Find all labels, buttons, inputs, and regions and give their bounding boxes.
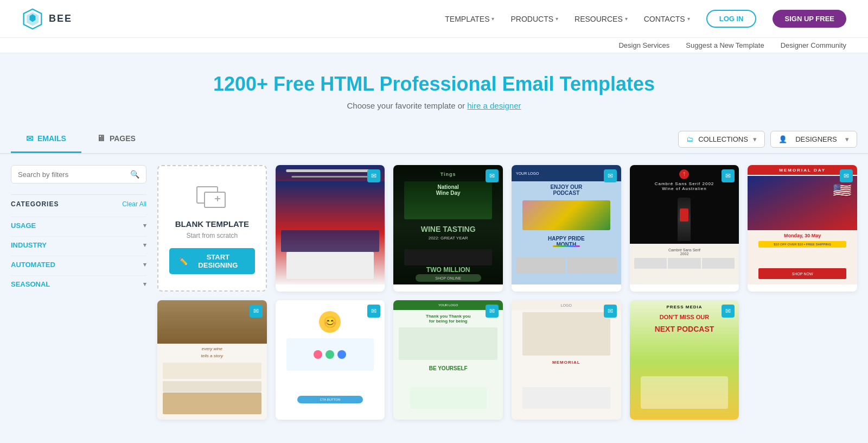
email-badge: ✉ — [367, 169, 380, 182]
chevron-down-icon: ▾ — [143, 281, 146, 288]
template-preview: PRESS MEDIA DON'T MISS OUR NEXT PODCAST — [630, 300, 739, 420]
chevron-down-icon: ▾ — [556, 16, 558, 22]
search-input[interactable] — [18, 170, 126, 179]
automated-filter-toggle[interactable]: AUTOMATED ▾ — [11, 256, 146, 272]
template-preview: Tings NationalWine Day WINE TASTING 2022… — [393, 165, 503, 284]
logo[interactable]: BEE — [22, 8, 72, 30]
template-preview: LOGO MEMORIAL — [512, 300, 621, 420]
designers-dropdown[interactable]: 👤 DESIGNERS ▾ — [770, 131, 857, 148]
industry-filter-toggle[interactable]: INDUSTRY ▾ — [11, 236, 146, 252]
logo-text: BEE — [49, 13, 72, 24]
template-card[interactable]: ✉ every wine tells a story — [157, 300, 267, 420]
nav-resources[interactable]: RESOURCES ▾ — [575, 15, 628, 23]
seasonal-filter: SEASONAL ▾ — [11, 275, 146, 292]
template-preview — [276, 165, 385, 284]
chevron-down-icon: ▾ — [845, 135, 849, 143]
chevron-down-icon: ▾ — [143, 222, 146, 229]
pencil-icon: ✏️ — [179, 257, 188, 265]
content-tabs: ✉ EMAILS 🖥 PAGES — [11, 126, 151, 153]
seasonal-filter-toggle[interactable]: SEASONAL ▾ — [11, 275, 146, 292]
usage-filter: USAGE ▾ — [11, 217, 146, 233]
categories-label: CATEGORIES — [11, 200, 59, 208]
site-header: BEE TEMPLATES ▾ PRODUCTS ▾ RESOURCES ▾ C… — [0, 0, 868, 38]
chevron-down-icon: ▾ — [625, 16, 628, 22]
login-button[interactable]: LOG IN — [706, 10, 757, 28]
start-designing-button[interactable]: ✏️ START DESIGNING — [169, 248, 255, 274]
hire-designer-link[interactable]: hire a designer — [467, 101, 521, 110]
email-badge: ✉ — [367, 305, 380, 318]
usage-filter-toggle[interactable]: USAGE ▾ — [11, 217, 146, 233]
collections-dropdown[interactable]: 🗂 COLLECTIONS ▾ — [678, 131, 765, 148]
main-content: 🔍 CATEGORIES Clear All USAGE ▾ INDUSTRY … — [0, 154, 868, 443]
main-nav: TEMPLATES ▾ PRODUCTS ▾ RESOURCES ▾ CONTA… — [445, 10, 846, 28]
logo-icon — [22, 8, 43, 30]
search-box: 🔍 — [11, 165, 146, 183]
email-tab-icon: ✉ — [26, 134, 33, 144]
tabs-row: ✉ EMAILS 🖥 PAGES 🗂 COLLECTIONS ▾ 👤 DESIG… — [0, 125, 868, 154]
template-preview: MEMORIAL DAY 🇺🇸 Monday, 30 May $10 OFF O… — [748, 165, 857, 284]
template-preview: 📍 Cambré Sans Serif 2002Wine of Australi… — [630, 165, 739, 284]
sidebar: 🔍 CATEGORIES Clear All USAGE ▾ INDUSTRY … — [11, 165, 146, 443]
industry-filter: INDUSTRY ▾ — [11, 236, 146, 252]
template-card[interactable]: ✉ Tings NationalWine Day WINE TASTING 20… — [393, 165, 503, 292]
designer-community-link[interactable]: Designer Community — [781, 41, 846, 49]
signup-button[interactable]: SIGN UP FREE — [773, 10, 846, 28]
tab-emails[interactable]: ✉ EMAILS — [11, 126, 81, 153]
categories-header: CATEGORIES Clear All — [11, 194, 146, 213]
template-card[interactable]: ✉ 📍 Cambré Sans Serif 2002Wine of Austra… — [630, 165, 739, 292]
chevron-down-icon: ▾ — [687, 16, 690, 22]
email-badge: ✉ — [604, 305, 617, 318]
email-badge: ✉ — [722, 305, 735, 318]
template-card[interactable]: ✉ MEMORIAL DAY 🇺🇸 Monday, 30 May $10 OFF… — [748, 165, 857, 292]
template-grid: BLANK TEMPLATE Start from scratch ✏️ STA… — [157, 165, 857, 443]
template-card[interactable]: ✉ YOUR LOGO NAV ENJOY OURPODCAST HAPPY P… — [512, 165, 621, 292]
email-badge: ✉ — [604, 169, 617, 182]
chevron-down-icon: ▾ — [492, 16, 494, 22]
blank-template-card[interactable]: BLANK TEMPLATE Start from scratch ✏️ STA… — [157, 165, 267, 292]
hero-title: 1200+ Free HTML Professional Email Templ… — [11, 73, 857, 96]
tab-pages[interactable]: 🖥 PAGES — [81, 126, 151, 153]
hero-subtitle: Choose your favorite template or hire a … — [11, 101, 857, 110]
suggest-template-link[interactable]: Suggest a New Template — [686, 41, 764, 49]
template-card[interactable]: ✉ YOUR LOGO Thank you Thank youfor being… — [393, 300, 503, 420]
template-card[interactable]: ✉ — [276, 165, 385, 292]
email-badge: ✉ — [486, 169, 499, 182]
template-preview: 😊 CTA BUTTON — [276, 300, 385, 420]
design-services-link[interactable]: Design Services — [618, 41, 669, 49]
chevron-down-icon: ▾ — [143, 261, 146, 268]
template-card[interactable]: ✉ 😊 CTA BUTTON — [276, 300, 385, 420]
svg-rect-4 — [205, 192, 225, 207]
chevron-down-icon: ▾ — [753, 135, 757, 143]
nav-contacts[interactable]: CONTACTS ▾ — [644, 15, 690, 23]
chevron-down-icon: ▾ — [143, 242, 146, 249]
automated-filter: AUTOMATED ▾ — [11, 256, 146, 272]
clear-all-button[interactable]: Clear All — [122, 200, 146, 208]
email-badge: ✉ — [486, 305, 499, 318]
template-card[interactable]: ✉ PRESS MEDIA DON'T MISS OUR NEXT PODCAS… — [630, 300, 739, 420]
blank-template-subtitle: Start from scratch — [186, 232, 238, 239]
hero-section: 1200+ Free HTML Professional Email Templ… — [0, 53, 868, 125]
blank-template-icon — [196, 182, 228, 212]
filter-dropdowns: 🗂 COLLECTIONS ▾ 👤 DESIGNERS ▾ — [678, 125, 857, 153]
nav-templates[interactable]: TEMPLATES ▾ — [445, 15, 494, 23]
blank-template-title: BLANK TEMPLATE — [175, 219, 249, 229]
email-badge: ✉ — [250, 305, 263, 318]
pages-tab-icon: 🖥 — [97, 134, 105, 143]
designers-icon: 👤 — [778, 135, 787, 143]
template-preview: every wine tells a story — [157, 300, 267, 420]
subheader: Design Services Suggest a New Template D… — [0, 38, 868, 53]
template-card[interactable]: ✉ LOGO MEMORIAL — [512, 300, 621, 420]
nav-products[interactable]: PRODUCTS ▾ — [510, 15, 558, 23]
search-icon[interactable]: 🔍 — [130, 170, 139, 179]
email-badge: ✉ — [840, 169, 853, 182]
categories-section: CATEGORIES Clear All — [11, 194, 146, 213]
template-preview: YOUR LOGO Thank you Thank youfor being f… — [393, 300, 503, 420]
template-preview: YOUR LOGO NAV ENJOY OURPODCAST HAPPY PRI… — [512, 165, 621, 284]
email-badge: ✉ — [722, 169, 735, 182]
collections-icon: 🗂 — [686, 135, 693, 143]
